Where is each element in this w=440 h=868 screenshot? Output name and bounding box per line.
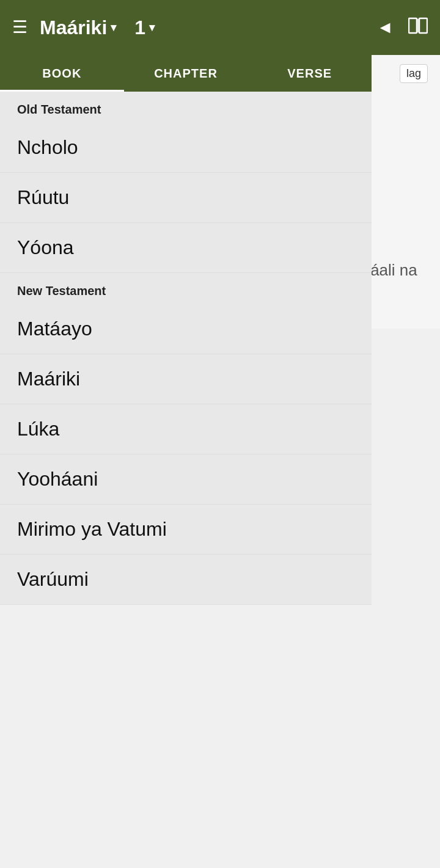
top-navigation-bar: ☰ Maáriki ▾ 1 ▾ ◄ bbox=[0, 0, 440, 55]
hamburger-menu-icon[interactable]: ☰ bbox=[12, 19, 28, 36]
chapter-number-button[interactable]: 1 ▾ bbox=[134, 16, 155, 39]
tab-verse[interactable]: VERSE bbox=[248, 55, 372, 92]
old-testament-header: Old Testament bbox=[0, 92, 372, 123]
book-item-luka[interactable]: Lúka bbox=[0, 404, 372, 454]
reading-mode-icon[interactable] bbox=[408, 17, 428, 38]
book-item-yoona[interactable]: Yóona bbox=[0, 223, 372, 273]
book-title-label: Maáriki bbox=[40, 16, 107, 39]
new-testament-header: New Testament bbox=[0, 273, 372, 304]
book-selection-dropdown: BOOK CHAPTER VERSE Old Testament Ncholo … bbox=[0, 55, 372, 605]
volume-icon[interactable]: ◄ bbox=[376, 18, 394, 37]
book-item-ncholo[interactable]: Ncholo bbox=[0, 123, 372, 173]
book-item-mataayo[interactable]: Matáayo bbox=[0, 304, 372, 354]
book-title-button[interactable]: Maáriki ▾ bbox=[40, 16, 116, 39]
svg-rect-0 bbox=[409, 18, 417, 33]
book-item-maariki[interactable]: Maáriki bbox=[0, 354, 372, 404]
chapter-dropdown-arrow-icon: ▾ bbox=[149, 21, 155, 34]
book-item-ruutu[interactable]: Rúutu bbox=[0, 173, 372, 223]
tab-chapter[interactable]: CHAPTER bbox=[124, 55, 248, 92]
topbar-right-controls: ◄ bbox=[376, 17, 428, 38]
selection-tab-bar: BOOK CHAPTER VERSE bbox=[0, 55, 372, 92]
book-item-varuumi[interactable]: Varúumi bbox=[0, 555, 372, 605]
tab-book[interactable]: BOOK bbox=[0, 55, 124, 92]
chapter-number-label: 1 bbox=[134, 16, 145, 39]
lag-badge: lag bbox=[400, 64, 428, 83]
book-item-mirimo[interactable]: Mirimo ya Vatumi bbox=[0, 505, 372, 555]
book-item-yoohaani[interactable]: Yooháani bbox=[0, 454, 372, 505]
book-list: Old Testament Ncholo Rúutu Yóona New Tes… bbox=[0, 92, 372, 605]
book-dropdown-arrow-icon: ▾ bbox=[111, 21, 116, 34]
svg-rect-1 bbox=[419, 18, 427, 33]
